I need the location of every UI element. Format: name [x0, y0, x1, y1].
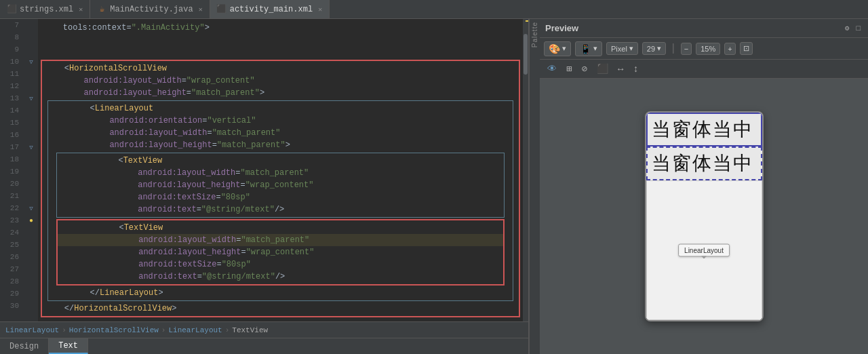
- code-line-10: <HorizontalScrollView: [42, 62, 519, 75]
- tab-text[interactable]: Text: [49, 338, 88, 354]
- phone-textview-second: 当窗体当中: [646, 146, 762, 180]
- code-line-16: android:layout_height="match_parent">: [48, 139, 513, 151]
- tab-mainactivity-label: MainActivity.java: [110, 5, 193, 14]
- code-line-21: android:text="@string/mtext"/>: [57, 203, 504, 216]
- code-editor[interactable]: tools:context=".MainActivity"> <Horizont…: [38, 19, 523, 321]
- orientation-icon: 📱: [580, 43, 591, 54]
- gutter-23: ●: [24, 214, 38, 227]
- breadcrumb-sep-2: ›: [161, 326, 166, 334]
- tab-mainactivity-close[interactable]: ✕: [199, 5, 203, 14]
- breadcrumb-textview[interactable]: TextView: [232, 326, 268, 334]
- api-dropdown-arrow: ▾: [657, 44, 661, 53]
- eye-icon[interactable]: 👁: [545, 62, 559, 76]
- gutter-21: [24, 190, 38, 202]
- code-line-24: android:layout_height="wrap_content": [58, 246, 503, 258]
- tab-mainactivity[interactable]: ☕ MainActivity.java ✕: [90, 0, 210, 18]
- code-line-29: [41, 319, 520, 321]
- fold-arrow-22[interactable]: ▽: [29, 205, 33, 212]
- fold-arrow-13[interactable]: ▽: [29, 95, 33, 102]
- tab-bar: ⬛ strings.xml ✕ ☕ MainActivity.java ✕ ⬛ …: [0, 0, 868, 19]
- zoom-in-button[interactable]: +: [724, 43, 735, 55]
- maximize-icon[interactable]: □: [854, 24, 863, 33]
- linearlayout-tooltip: LinearLayout: [678, 244, 730, 257]
- gutter-26: [24, 251, 38, 263]
- main-area: 7 8 9 10 11 12 13 14 15 16 17 18 19 20 2…: [0, 19, 868, 354]
- gutter-15: [24, 117, 38, 129]
- java-file-icon: ☕: [97, 5, 106, 14]
- api-dropdown[interactable]: 29 ▾: [642, 42, 666, 55]
- gutter-22: ▽: [24, 202, 38, 214]
- gutter-8: [24, 31, 38, 43]
- tab-design-label: Design: [9, 342, 39, 351]
- phone-screen: 当窗体当中 当窗体当中 LinearLayout: [646, 113, 762, 320]
- gutter: ▽ ▽ ▽ ▽ ●: [24, 19, 38, 321]
- gutter-24: [24, 227, 38, 239]
- api-label: 29: [647, 45, 655, 53]
- code-line-27: </LinearLayout>: [48, 287, 513, 299]
- scroll-marker: [526, 20, 528, 22]
- fold-arrow-17[interactable]: ▽: [29, 144, 33, 151]
- code-line-8: [41, 34, 520, 46]
- breadcrumb-linearlayout[interactable]: LinearLayout: [5, 326, 59, 334]
- code-line-11: android:layout_width="wrap_content": [42, 75, 519, 87]
- breadcrumb-horizontalscrollview[interactable]: HorizontalScrollView: [69, 326, 159, 334]
- preview-controls: 🎨 ▾ 📱 ▾ Pixel ▾ 29 ▾ | − 15% + ⊡: [540, 38, 868, 60]
- theme-dropdown[interactable]: 🎨 ▾: [544, 41, 571, 56]
- preview-header: Preview ⚙ □: [540, 19, 868, 38]
- code-line-15: android:layout_width="match_parent": [48, 127, 513, 139]
- code-line-17: <TextView: [57, 155, 504, 167]
- tab-design[interactable]: Design: [0, 338, 49, 354]
- zoom-level[interactable]: 15%: [696, 43, 720, 55]
- xml-active-file-icon: ⬛: [217, 5, 226, 14]
- tab-activity-main[interactable]: ⬛ activity_main.xml ✕: [210, 0, 330, 18]
- tab-text-label: Text: [58, 341, 78, 351]
- phone-text-1: 当窗体当中: [652, 119, 753, 140]
- controls-separator: |: [670, 43, 677, 55]
- code-line-23: android:layout_width="match_parent": [58, 234, 503, 246]
- orientation-dropdown[interactable]: 📱 ▾: [575, 41, 602, 56]
- code-line-13: <LinearLayout: [48, 102, 513, 115]
- breadcrumb-sep-1: ›: [62, 326, 66, 334]
- gutter-12: [24, 80, 38, 92]
- code-line-14: android:orientation="vertical": [48, 115, 513, 127]
- gutter-19: [24, 165, 38, 178]
- editor-scrollbar[interactable]: [523, 19, 528, 321]
- code-line-19: android:layout_height="wrap_content": [57, 179, 504, 191]
- device-dropdown[interactable]: Pixel ▾: [606, 42, 638, 55]
- breadcrumb-linearlayout2[interactable]: LinearLayout: [168, 326, 222, 334]
- tab-strings[interactable]: ⬛ strings.xml ✕: [0, 0, 90, 18]
- fold-arrow-10[interactable]: ▽: [29, 58, 33, 66]
- align-left-icon[interactable]: ⬛: [595, 62, 610, 76]
- theme-dropdown-arrow: ▾: [562, 44, 566, 53]
- theme-icon: 🎨: [549, 43, 560, 54]
- preview-canvas: 当窗体当中 当窗体当中 LinearLayout: [540, 79, 868, 354]
- phone-textview-first: 当窗体当中: [646, 113, 762, 146]
- phone-linearlayout-area: LinearLayout: [646, 180, 762, 320]
- line-numbers: 7 8 9 10 11 12 13 14 15 16 17 18 19 20 2…: [0, 19, 24, 321]
- gutter-25: [24, 239, 38, 251]
- align-vertical-icon[interactable]: ↕: [631, 62, 640, 76]
- gutter-16: [24, 129, 38, 141]
- zoom-out-button[interactable]: −: [681, 43, 692, 55]
- palette-strip: Palette: [529, 19, 540, 354]
- fit-button[interactable]: ⊡: [740, 42, 753, 55]
- warning-icon-23: ●: [29, 217, 33, 224]
- preview-pane: Preview ⚙ □ 🎨 ▾ 📱 ▾ Pixel ▾ 29 ▾: [540, 19, 868, 354]
- align-center-icon[interactable]: ↔: [616, 62, 625, 76]
- settings-icon[interactable]: ⚙: [843, 23, 852, 33]
- code-line-20: android:textSize="80sp": [57, 191, 504, 203]
- tab-strings-close[interactable]: ✕: [79, 5, 83, 14]
- tab-activity-main-label: activity_main.xml: [230, 5, 313, 14]
- zoom-label: 15%: [701, 45, 715, 53]
- phone-text-2: 当窗体当中: [652, 153, 753, 174]
- gutter-17: ▽: [24, 141, 38, 153]
- device-dropdown-arrow: ▾: [629, 44, 633, 53]
- palette-label: Palette: [531, 22, 538, 47]
- grid-icon[interactable]: ⊞: [564, 62, 574, 76]
- tab-activity-main-close[interactable]: ✕: [318, 5, 322, 14]
- breadcrumb-bar: LinearLayout › HorizontalScrollView › Li…: [0, 321, 528, 338]
- constraints-icon[interactable]: ⊘: [579, 62, 589, 76]
- scroll-thumb[interactable]: [524, 34, 528, 75]
- code-line-26: android:text="@string/mtext"/>: [58, 271, 503, 283]
- device-label: Pixel: [611, 45, 627, 53]
